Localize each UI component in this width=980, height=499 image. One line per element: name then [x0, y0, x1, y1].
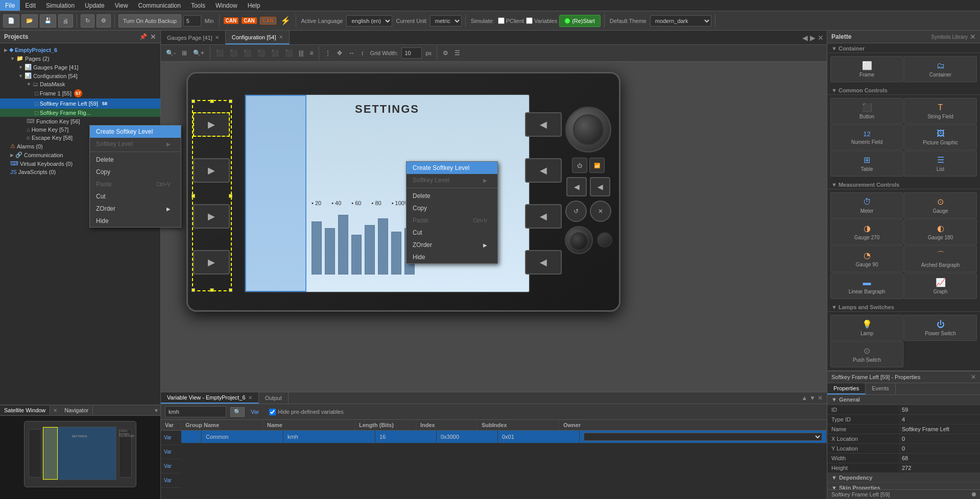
- bottom-nav-close[interactable]: ✕: [818, 394, 823, 402]
- variable-view-tab[interactable]: Variable View - EmptyProject_6 ✕: [161, 392, 259, 404]
- panel-collapse-btn[interactable]: ▼: [152, 405, 160, 415]
- palette-arched-bargraph[interactable]: ⌒ Arched Bargraph: [904, 245, 977, 272]
- right-btn-4[interactable]: ◀: [525, 250, 562, 275]
- tree-func-key[interactable]: ⌨ Function Key [56]: [0, 117, 160, 126]
- var-search-input[interactable]: [165, 406, 226, 417]
- menu-simulation[interactable]: Simulation: [41, 0, 80, 11]
- menu-communication[interactable]: Communication: [133, 0, 186, 11]
- play-btn[interactable]: [597, 232, 612, 247]
- prop-xloc-value[interactable]: 0: [899, 434, 980, 443]
- tab-gauges-page[interactable]: Gauges Page [41] ✕: [161, 31, 226, 44]
- palette-linear-bargraph[interactable]: ▬ Linear Bargraph: [830, 273, 903, 299]
- main-knob[interactable]: [565, 107, 611, 153]
- language-select[interactable]: english (en): [346, 15, 392, 27]
- var-search-button[interactable]: 🔍: [230, 407, 245, 417]
- left-btn-2[interactable]: ▶: [193, 158, 230, 183]
- menu-window[interactable]: Window: [210, 0, 243, 11]
- circle-btn-2[interactable]: ✕: [590, 201, 611, 222]
- menu-help[interactable]: Help: [243, 0, 266, 11]
- pclient-checkbox[interactable]: [498, 17, 505, 24]
- palette-frame[interactable]: ⬜ Frame: [830, 56, 903, 82]
- satellite-close[interactable]: ✕: [50, 408, 60, 413]
- tab-config-close[interactable]: ✕: [279, 34, 283, 40]
- ctx2-cut[interactable]: Cut: [407, 227, 497, 239]
- open-button[interactable]: 📂: [21, 14, 38, 28]
- palette-button[interactable]: ⬛ Button: [830, 98, 903, 124]
- variables-check[interactable]: Variables: [526, 17, 557, 24]
- palette-graph[interactable]: 📈 Graph: [904, 273, 977, 299]
- panel-pin-icon[interactable]: 📌: [139, 33, 147, 40]
- tools3-button[interactable]: ↕: [358, 48, 366, 58]
- right-icon-1[interactable]: ⏻: [572, 158, 587, 173]
- variable-view-close[interactable]: ✕: [248, 395, 252, 401]
- section-container-expand[interactable]: ▼: [831, 45, 837, 52]
- print-button[interactable]: 🖨: [58, 14, 73, 28]
- ctx2-hide[interactable]: Hide: [407, 251, 497, 263]
- left-btn-1[interactable]: ▶: [193, 112, 230, 137]
- menu-update[interactable]: Update: [80, 0, 110, 11]
- grid-width-input[interactable]: [401, 47, 422, 59]
- ctx-zorder[interactable]: ZOrder ▶: [90, 203, 181, 215]
- ctx2-zorder[interactable]: ZOrder ▶: [407, 239, 497, 251]
- palette-lamp[interactable]: 💡 Lamp: [830, 315, 903, 341]
- var-row-1[interactable]: Common kmh 16 0x3000 0x01: [181, 431, 827, 443]
- right-nav-btn-2[interactable]: ◀: [590, 177, 610, 196]
- restart-button[interactable]: (Re)Start: [559, 15, 601, 27]
- properties-close-btn[interactable]: ✕: [971, 373, 976, 381]
- ctx-create-softkey[interactable]: Create Softkey Level: [90, 126, 181, 138]
- unit-select[interactable]: metric: [430, 15, 462, 27]
- dependency-section-header[interactable]: ▼ Dependency: [827, 473, 980, 483]
- tree-project-root[interactable]: ▶ ◆ EmptyProject_6: [0, 45, 160, 54]
- prop-yloc-value[interactable]: 0: [899, 444, 980, 453]
- refresh-button[interactable]: ↻: [81, 14, 94, 28]
- save-button[interactable]: 💾: [40, 14, 56, 28]
- ctx2-copy[interactable]: Copy: [407, 202, 497, 214]
- symbols-library-btn[interactable]: Symbols Library: [931, 34, 968, 40]
- new-button[interactable]: 📄: [3, 14, 19, 28]
- tools2-button[interactable]: ↔: [346, 48, 356, 58]
- variables-checkbox[interactable]: [526, 17, 533, 24]
- bottom-nav-up[interactable]: ▲: [801, 394, 807, 402]
- palette-string-field[interactable]: T String Field: [904, 98, 977, 124]
- menu-edit[interactable]: Edit: [20, 0, 41, 11]
- theme-select[interactable]: modern_dark: [650, 15, 711, 27]
- zoom-out-button[interactable]: 🔍-: [164, 48, 178, 58]
- palette-gauge-180[interactable]: ◐ Gauge 180: [904, 219, 977, 245]
- general-section-header[interactable]: ▼ General: [827, 395, 980, 405]
- align-center-button[interactable]: ⬛: [228, 48, 240, 58]
- tree-softkey-right[interactable]: □ Softkey Frame Rig...: [0, 109, 160, 117]
- canvas-extra1[interactable]: ⚙: [441, 48, 450, 58]
- canvas-area[interactable]: ▶ ▶ ▶ ▶: [161, 62, 827, 392]
- tools1-button[interactable]: ✥: [335, 48, 344, 58]
- ctx-cut[interactable]: Cut: [90, 190, 181, 203]
- align-top-button[interactable]: ⬛: [255, 48, 267, 58]
- canvas-extra2[interactable]: ☰: [452, 48, 462, 58]
- ctx-copy[interactable]: Copy: [90, 166, 181, 178]
- zoom-in-button[interactable]: 🔍+: [191, 48, 206, 58]
- tab-nav-close[interactable]: ✕: [818, 34, 824, 42]
- menu-file[interactable]: File: [0, 0, 20, 11]
- align-bottom-button[interactable]: ⬛: [283, 48, 295, 58]
- align-left-button[interactable]: ⬛: [214, 48, 226, 58]
- tree-pages[interactable]: ▼ 📁 Pages (2): [0, 54, 160, 63]
- palette-gauge[interactable]: ⊙ Gauge: [904, 192, 977, 218]
- satellite-tab[interactable]: Satellite Window: [0, 406, 50, 415]
- tree-frame1[interactable]: □ Frame 1 [55] 57: [0, 88, 160, 98]
- tree-softkey-left[interactable]: □ Softkey Frame Left [59] 58: [0, 98, 160, 109]
- tab-properties[interactable]: Properties: [827, 383, 866, 394]
- output-tab[interactable]: Output: [259, 392, 289, 404]
- palette-table[interactable]: ⊞ Table: [830, 151, 903, 177]
- navigator-tab[interactable]: Navigator: [60, 406, 93, 415]
- palette-container[interactable]: 🗂 Container: [904, 56, 977, 82]
- ctx-softkey-level[interactable]: Softkey Level ▶: [90, 138, 181, 150]
- right-btn-3[interactable]: ◀: [525, 204, 562, 229]
- menu-tools[interactable]: Tools: [186, 0, 210, 11]
- palette-power-switch[interactable]: ⏻ Power Switch: [904, 315, 977, 341]
- palette-list[interactable]: ☰ List: [904, 151, 977, 177]
- left-btn-3[interactable]: ▶: [193, 204, 230, 229]
- tab-events[interactable]: Events: [866, 383, 896, 394]
- ctx2-softkey-level[interactable]: Softkey Level ▶: [407, 174, 497, 186]
- right-btn-2[interactable]: ◀: [525, 158, 562, 183]
- section-lamps-expand[interactable]: ▼: [831, 304, 837, 310]
- auto-backup-button[interactable]: Turn On Auto Backup: [118, 14, 181, 28]
